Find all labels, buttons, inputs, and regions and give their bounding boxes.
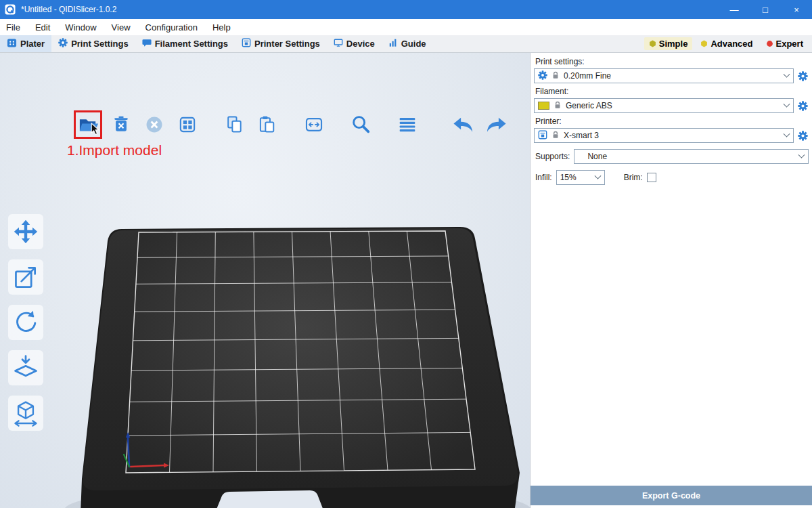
app-logo-icon [5, 4, 16, 15]
tab-plater[interactable]: Plater [0, 35, 51, 52]
copy-icon [224, 114, 244, 135]
3d-viewport[interactable]: 1.Import model [0, 53, 531, 508]
mode-switcher: Simple Advanced Expert [644, 35, 812, 52]
filament-value: Generic ABS [566, 101, 612, 110]
annotation-import-model: 1.Import model [67, 142, 162, 158]
filament-icon [142, 38, 152, 49]
paste-button[interactable] [255, 112, 279, 137]
variable-layer-height-button[interactable] [395, 112, 420, 137]
undo-button[interactable] [451, 112, 476, 137]
printer-icon [242, 38, 251, 49]
menu-configuration[interactable]: Configuration [138, 19, 205, 35]
tab-device[interactable]: Device [327, 35, 382, 52]
chevron-down-icon [798, 151, 805, 158]
tab-plater-label: Plater [20, 39, 45, 49]
window-title: *Untitled - QIDISlicer-1.0.2 [21, 5, 116, 14]
measure-icon [12, 400, 39, 427]
chevron-down-icon [784, 130, 790, 137]
printer-value: X-smart 3 [564, 131, 599, 140]
brim-label: Brim: [624, 173, 643, 182]
minimize-button[interactable]: — [719, 0, 750, 19]
measure-button[interactable] [8, 396, 43, 431]
trash-icon [111, 114, 131, 135]
arrange-grid-icon [177, 114, 198, 135]
redo-arrow-icon [484, 114, 509, 136]
advanced-hexagon-icon [700, 40, 708, 47]
mode-advanced[interactable]: Advanced [696, 37, 757, 50]
simple-hexagon-icon [649, 40, 656, 47]
rotate-icon [12, 309, 39, 336]
layers-lines-icon [397, 114, 418, 135]
mode-expert[interactable]: Expert [761, 37, 808, 50]
paste-icon [257, 114, 277, 135]
printer-combo[interactable]: X-smart 3 [534, 128, 794, 143]
brim-checkbox[interactable] [647, 173, 656, 182]
tab-filament-settings-label: Filament Settings [155, 39, 228, 49]
filament-gear-button[interactable] [796, 99, 809, 112]
filament-color-swatch [538, 102, 549, 110]
printer-icon [538, 130, 547, 142]
app-window: *Untitled - QIDISlicer-1.0.2 — □ × File … [0, 0, 812, 508]
mouse-cursor-icon [90, 123, 100, 138]
mode-simple[interactable]: Simple [644, 37, 693, 50]
maximize-button[interactable]: □ [750, 0, 781, 19]
export-gcode-button[interactable]: Export G-code [531, 486, 812, 505]
plater-toolbar [76, 112, 509, 137]
search-button[interactable] [348, 112, 373, 137]
menu-view[interactable]: View [104, 19, 138, 35]
tabbar: Plater Print Settings Filament Settings … [0, 35, 812, 53]
circle-x-icon [144, 114, 164, 135]
redo-button[interactable] [484, 112, 509, 137]
gear-icon [798, 71, 808, 81]
split-objects-button[interactable] [302, 112, 326, 137]
infill-value: 15% [560, 173, 577, 182]
delete-button[interactable] [109, 112, 133, 137]
place-on-face-button[interactable] [8, 350, 43, 385]
print-bed [61, 215, 535, 508]
delete-all-button[interactable] [142, 112, 166, 137]
lock-icon [551, 131, 560, 141]
titlebar: *Untitled - QIDISlicer-1.0.2 — □ × [0, 0, 812, 19]
import-model-button[interactable] [76, 112, 100, 137]
menu-window[interactable]: Window [58, 19, 104, 35]
tab-print-settings-label: Print Settings [71, 39, 129, 49]
supports-combo[interactable]: None [574, 149, 809, 164]
expert-circle-icon [766, 40, 773, 47]
tab-printer-settings[interactable]: Printer Settings [235, 35, 327, 52]
menu-file[interactable]: File [0, 19, 28, 35]
menu-help[interactable]: Help [205, 19, 238, 35]
infill-combo[interactable]: 15% [556, 170, 605, 185]
menu-edit[interactable]: Edit [28, 19, 58, 35]
lock-icon [554, 101, 562, 111]
copy-button[interactable] [222, 112, 246, 137]
infill-label: Infill: [535, 173, 552, 182]
chevron-down-icon [784, 100, 790, 107]
gear-icon [798, 101, 808, 111]
filament-label: Filament: [535, 87, 809, 96]
scale-button[interactable] [8, 259, 43, 295]
split-icon [304, 114, 324, 135]
tab-device-label: Device [346, 39, 375, 49]
print-settings-label: Print settings: [535, 57, 809, 66]
tab-print-settings[interactable]: Print Settings [51, 35, 135, 52]
filament-combo[interactable]: Generic ABS [534, 98, 794, 113]
scale-icon [12, 263, 39, 291]
tab-guide[interactable]: Guide [382, 35, 433, 52]
gear-icon [58, 38, 68, 49]
tab-guide-label: Guide [401, 39, 426, 49]
printer-gear-button[interactable] [796, 129, 809, 142]
gear-icon [538, 70, 547, 82]
guide-icon [388, 38, 398, 49]
tab-filament-settings[interactable]: Filament Settings [135, 35, 235, 52]
move-button[interactable] [8, 214, 43, 249]
print-settings-gear-button[interactable] [796, 69, 809, 83]
tab-printer-settings-label: Printer Settings [254, 39, 320, 49]
supports-value: None [587, 152, 607, 161]
rotate-button[interactable] [8, 305, 43, 340]
plater-icon [7, 38, 17, 50]
gear-icon [798, 131, 808, 141]
undo-arrow-icon [451, 114, 476, 136]
arrange-button[interactable] [175, 112, 200, 137]
close-button[interactable]: × [781, 0, 812, 19]
print-settings-combo[interactable]: 0.20mm Fine [534, 68, 794, 83]
